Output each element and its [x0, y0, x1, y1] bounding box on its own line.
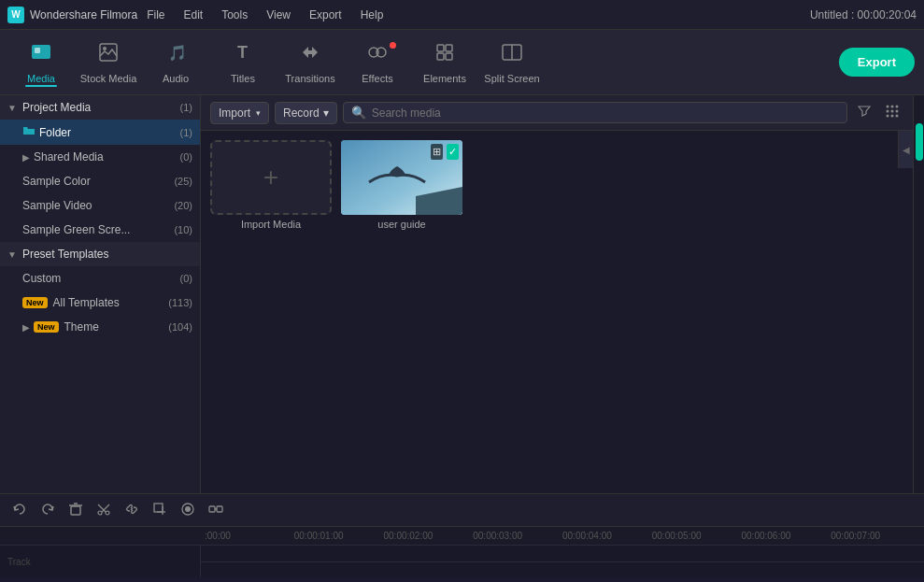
shared-media-count: (0) — [180, 151, 192, 163]
cut-button[interactable] — [93, 499, 114, 522]
timeline-toolbar — [0, 494, 924, 527]
sidebar-shared-media[interactable]: ▶ Shared Media (0) — [0, 145, 200, 169]
sidebar-custom[interactable]: Custom (0) — [0, 266, 200, 291]
timeline-area: :00:00 00:00:01:00 00:00:02:00 00:00:03:… — [0, 493, 924, 577]
sample-video-count: (20) — [174, 200, 192, 211]
sample-video-label: Sample Video — [22, 199, 92, 212]
check-badge: ✓ — [447, 144, 459, 160]
media-icon — [30, 41, 52, 69]
search-input[interactable] — [372, 106, 839, 120]
timeline-tracks: Track — [0, 546, 924, 577]
media-grid: + Import Media — [201, 131, 898, 493]
ruler-mark-6: 00:00:06:00 — [742, 531, 832, 541]
import-plus-icon: + — [263, 163, 278, 192]
ruler-mark-0: :00:00 — [205, 531, 294, 541]
sidebar-sample-green[interactable]: Sample Green Scre... (10) — [0, 218, 200, 242]
sidebar-all-templates[interactable]: New All Templates (113) — [0, 291, 200, 315]
svg-rect-38 — [217, 506, 222, 512]
toolbar-media-label: Media — [27, 73, 55, 84]
snap-button[interactable] — [206, 499, 226, 522]
toolbar-transitions-label: Transitions — [285, 73, 334, 84]
svg-point-28 — [106, 511, 109, 515]
filter-button[interactable] — [853, 102, 875, 123]
sidebar: ▼ Project Media (1) Folder (1) ▶ Shared … — [0, 95, 201, 493]
theme-new-badge: New — [34, 321, 59, 333]
ruler-mark-5: 00:00:05:00 — [652, 531, 742, 541]
menu-tools[interactable]: Tools — [218, 7, 251, 23]
folder-icon — [22, 125, 36, 139]
media-thumb-label: user guide — [377, 219, 425, 230]
toolbar-media[interactable]: Media — [9, 35, 73, 91]
ruler-mark-4: 00:00:04:00 — [562, 531, 652, 541]
menu-file[interactable]: File — [143, 7, 168, 23]
toolbar-audio-label: Audio — [163, 73, 189, 84]
media-panel: Import ▾ Record ▾ 🔍 — [201, 95, 913, 493]
svg-rect-32 — [154, 504, 163, 512]
menu-edit[interactable]: Edit — [180, 7, 207, 23]
search-bar[interactable]: 🔍 — [343, 102, 847, 123]
media-thumbnail: ⊞ ✓ — [341, 140, 462, 215]
toolbar-stock-media[interactable]: Stock Media — [77, 35, 140, 91]
export-button[interactable]: Export — [839, 48, 915, 77]
panel-collapse-arrow[interactable]: ◀ — [898, 131, 913, 168]
theme-chevron: ▶ — [22, 322, 30, 333]
toolbar-effects[interactable]: Effects — [346, 35, 409, 91]
import-drop-zone[interactable]: + — [210, 140, 332, 215]
svg-point-17 — [887, 110, 889, 113]
toolbar-split-screen[interactable]: Split Screen — [480, 35, 544, 91]
svg-point-18 — [891, 110, 894, 113]
svg-point-19 — [896, 110, 899, 113]
preset-chevron: ▼ — [7, 249, 17, 260]
folder-count: (1) — [180, 127, 192, 138]
shared-media-chevron: ▶ — [22, 152, 30, 163]
toolbar-elements[interactable]: Elements — [413, 35, 476, 91]
record-button[interactable]: Record ▾ — [275, 102, 337, 124]
theme-count: (104) — [168, 321, 192, 333]
track-line — [201, 561, 924, 562]
svg-point-21 — [891, 115, 894, 118]
svg-text:🎵: 🎵 — [168, 44, 187, 62]
track-controls: Track — [0, 546, 201, 577]
grid-view-button[interactable] — [881, 102, 903, 123]
title-bar-left: W Wondershare Filmora File Edit Tools Vi… — [7, 7, 387, 23]
sidebar-sample-video[interactable]: Sample Video (20) — [0, 193, 200, 218]
undo-button[interactable] — [9, 499, 30, 522]
toolbar-titles-label: Titles — [231, 73, 255, 84]
sidebar-sample-color[interactable]: Sample Color (25) — [0, 169, 200, 193]
project-media-header[interactable]: ▼ Project Media (1) — [0, 95, 200, 120]
crop-button[interactable] — [149, 499, 170, 522]
sidebar-theme[interactable]: ▶ New Theme (104) — [0, 315, 200, 339]
sample-color-label: Sample Color — [22, 175, 91, 188]
timeline-ruler: :00:00 00:00:01:00 00:00:02:00 00:00:03:… — [201, 531, 924, 541]
record-timeline-button[interactable] — [178, 499, 198, 522]
import-label: Import — [219, 106, 250, 120]
ruler-mark-2: 00:00:02:00 — [384, 531, 474, 541]
audio-icon: 🎵 — [164, 41, 187, 69]
toolbar-transitions[interactable]: Transitions — [278, 35, 342, 91]
toolbar-audio[interactable]: 🎵 Audio — [144, 35, 207, 91]
folder-label: Folder — [39, 126, 71, 139]
menu-export[interactable]: Export — [306, 7, 346, 23]
svg-point-22 — [896, 115, 899, 118]
menu-view[interactable]: View — [263, 7, 294, 23]
preset-templates-header[interactable]: ▼ Preset Templates — [0, 242, 200, 266]
svg-rect-24 — [71, 506, 80, 515]
toolbar-titles[interactable]: T Titles — [211, 35, 275, 91]
import-button[interactable]: Import ▾ — [210, 102, 269, 124]
all-templates-label: All Templates — [53, 296, 120, 309]
import-media-item[interactable]: + Import Media — [210, 140, 332, 230]
folder-item[interactable]: Folder (1) — [0, 120, 200, 145]
all-templates-new-badge: New — [22, 297, 48, 308]
record-label: Record — [283, 106, 320, 120]
grid-small-icon: ⊞ — [431, 144, 443, 160]
media-thumb-item[interactable]: ⊞ ✓ user guide — [341, 140, 462, 230]
right-scrollbar[interactable] — [913, 95, 924, 493]
redo-button[interactable] — [37, 499, 58, 522]
project-media-chevron: ▼ — [7, 103, 17, 113]
link-button[interactable] — [121, 499, 142, 522]
menu-help[interactable]: Help — [357, 7, 388, 23]
thumb-overlay: ⊞ ✓ — [431, 144, 459, 160]
toolbar-elements-label: Elements — [423, 73, 466, 84]
svg-rect-1 — [35, 48, 40, 53]
delete-button[interactable] — [65, 499, 86, 522]
